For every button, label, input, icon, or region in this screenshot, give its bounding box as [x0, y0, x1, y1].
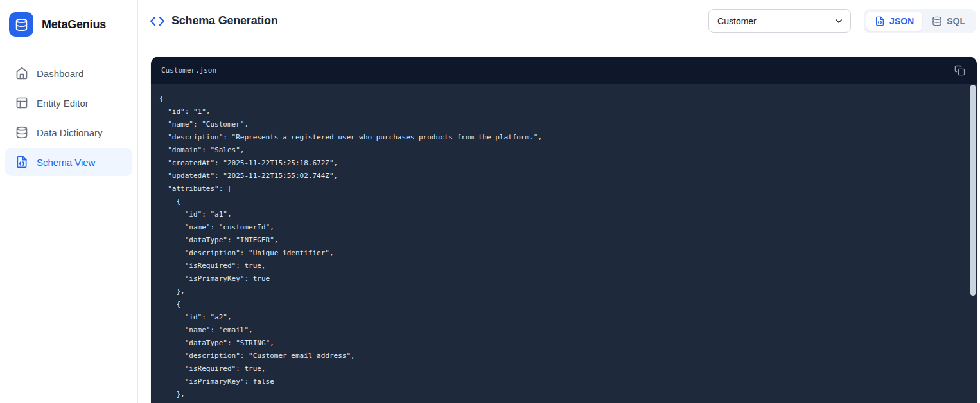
file-json-icon: [875, 16, 885, 26]
code-scrollbar[interactable]: [970, 85, 976, 296]
code-panel: Customer.json { "id": "1", "name": "Cust…: [151, 57, 977, 403]
code-content: { "id": "1", "name": "Customer", "descri…: [151, 84, 977, 403]
copy-icon: [954, 65, 965, 76]
app-logo: MetaGenius: [0, 0, 137, 49]
json-toggle-label: JSON: [889, 16, 914, 26]
sql-toggle-button[interactable]: SQL: [923, 12, 974, 31]
json-toggle-button[interactable]: JSON: [866, 12, 922, 31]
home-icon: [15, 67, 28, 80]
database-icon: [15, 126, 28, 139]
sidebar-item-label: Dashboard: [37, 68, 83, 79]
content-area: Customer.json { "id": "1", "name": "Cust…: [138, 42, 980, 403]
page-header: Schema Generation Customer: [138, 0, 980, 42]
app-name: MetaGenius: [42, 18, 106, 31]
sidebar: MetaGenius Dashboard Entity Editor: [0, 0, 138, 403]
code-panel-header: Customer.json: [151, 57, 977, 84]
entity-select[interactable]: Customer: [708, 9, 851, 33]
format-toggle-group: JSON SQL: [864, 9, 976, 33]
sidebar-item-dashboard[interactable]: Dashboard: [5, 59, 132, 87]
database-logo-icon: [9, 12, 33, 37]
sidebar-item-label: Data Dictionary: [37, 127, 103, 138]
sql-toggle-label: SQL: [947, 16, 965, 26]
filename: Customer.json: [161, 66, 216, 75]
database-icon: [932, 16, 942, 26]
sidebar-item-label: Entity Editor: [37, 98, 89, 109]
file-json-icon: [15, 156, 28, 168]
copy-button[interactable]: [951, 62, 968, 78]
code-editor[interactable]: { "id": "1", "name": "Customer", "descri…: [151, 84, 977, 403]
sidebar-item-data-dictionary[interactable]: Data Dictionary: [5, 118, 132, 147]
sidebar-item-schema-view[interactable]: Schema View: [5, 148, 132, 176]
layout-icon: [15, 96, 28, 109]
main-area: Schema Generation Customer: [138, 0, 980, 403]
sidebar-item-label: Schema View: [37, 157, 95, 168]
code-icon: [150, 13, 165, 29]
page-title: Schema Generation: [171, 14, 278, 28]
sidebar-nav: Dashboard Entity Editor Data Dictionary: [0, 49, 137, 186]
sidebar-item-entity-editor[interactable]: Entity Editor: [5, 89, 132, 117]
